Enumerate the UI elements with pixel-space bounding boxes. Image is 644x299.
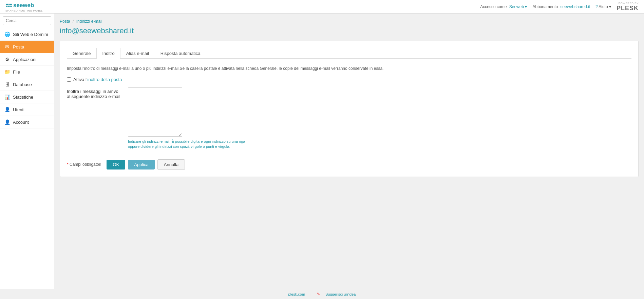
required-star: *: [67, 162, 69, 167]
sidebar-item-label: Database: [13, 82, 32, 87]
tab-inoltro[interactable]: Inoltro: [96, 48, 120, 59]
tab-risposta-automatica[interactable]: Risposta automatica: [155, 48, 206, 59]
applica-button[interactable]: Applica: [128, 160, 155, 170]
sidebar-item-label: Applicazioni: [13, 57, 36, 62]
globe-icon: 🌐: [4, 32, 10, 37]
info-text: Imposta l'inoltro di messaggi e-mail a u…: [67, 65, 631, 72]
tabs: Generale Inoltro Alias e-mail Risposta a…: [67, 48, 631, 59]
form-field-inoltro: Indicare gli indirizzi email. È possibil…: [128, 87, 631, 150]
footer: plesk.com | ✎ Suggerisci un'idea: [0, 289, 644, 299]
dropdown-arrow[interactable]: ▾: [525, 4, 527, 9]
checkbox-row: Attiva l'inoltro della posta: [67, 77, 631, 82]
header-right: Accesso come Seeweb ▾ Abbonamento seeweb…: [480, 2, 639, 12]
mail-icon: ✉: [4, 44, 10, 49]
sidebar-item-siti-web-domini[interactable]: 🌐 Siti Web e Domini: [0, 28, 54, 41]
search-input[interactable]: [3, 16, 51, 25]
sidebar-item-label: Account: [13, 120, 29, 125]
users-icon: 👤: [4, 107, 10, 112]
form-row: Inoltra i messaggi in arrivo al seguente…: [67, 87, 631, 150]
sidebar-item-posta[interactable]: ✉ Posta: [0, 41, 54, 53]
main-content: Posta / Indirizzi e-mail info@seewebshar…: [54, 14, 644, 299]
sidebar-item-label: Posta: [13, 44, 24, 49]
plesk-badge: POWERED BY plesk: [617, 2, 639, 12]
tab-generale[interactable]: Generale: [67, 48, 96, 59]
search-box: [0, 14, 54, 28]
top-header: 𝌂 seeweb SHARED HOSTING PANEL Accesso co…: [0, 0, 644, 14]
card: Generale Inoltro Alias e-mail Risposta a…: [60, 41, 639, 177]
suggest-link[interactable]: Suggerisci un'idea: [325, 292, 356, 296]
form-label-inoltro: Inoltra i messaggi in arrivo al seguente…: [67, 87, 121, 150]
sidebar: 🌐 Siti Web e Domini ✉ Posta ⚙ Applicazio…: [0, 14, 54, 299]
accesso-come-label: Accesso come Seeweb ▾: [480, 4, 527, 9]
ok-button[interactable]: OK: [107, 160, 125, 170]
username-link[interactable]: Seeweb: [509, 4, 524, 9]
sidebar-item-label: Utenti: [13, 107, 24, 112]
sidebar-item-label: Siti Web e Domini: [13, 32, 48, 37]
sidebar-item-label: File: [13, 69, 20, 75]
breadcrumb-posta[interactable]: Posta: [60, 19, 70, 24]
breadcrumb-indirizzi[interactable]: Indirizzi e-mail: [76, 19, 102, 24]
folder-icon: 📁: [4, 69, 10, 75]
buttons-row: * Campi obbligatori OK Applica Annulla: [67, 155, 631, 170]
footer-divider: |: [310, 292, 311, 296]
plesk-link[interactable]: plesk.com: [288, 292, 305, 296]
breadcrumb-separator: /: [73, 19, 75, 24]
suggest-icon: ✎: [317, 292, 320, 296]
inoltro-checkbox[interactable]: [67, 77, 71, 82]
breadcrumb: Posta / Indirizzi e-mail: [60, 19, 639, 24]
tab-alias-email[interactable]: Alias e-mail: [120, 48, 155, 59]
gear-icon: ⚙: [4, 57, 10, 62]
database-icon: 🗄: [4, 82, 10, 87]
page-title: info@seewebshared.it: [60, 26, 639, 35]
sidebar-item-database[interactable]: 🗄 Database: [0, 78, 54, 91]
sidebar-item-utenti[interactable]: 👤 Utenti: [0, 103, 54, 116]
sidebar-item-statistiche[interactable]: 📊 Statistiche: [0, 91, 54, 103]
logo-area: 𝌂 seeweb SHARED HOSTING PANEL: [5, 1, 43, 12]
logo: 𝌂 seeweb SHARED HOSTING PANEL: [5, 1, 43, 12]
hint-text: Indicare gli indirizzi email. È possibil…: [128, 139, 257, 150]
sidebar-item-label: Statistiche: [13, 95, 33, 100]
required-note: * Campi obbligatori: [67, 162, 101, 167]
annulla-button[interactable]: Annulla: [157, 159, 185, 170]
account-icon: 👤: [4, 119, 10, 125]
inoltro-checkbox-label: Attiva l'inoltro della posta: [73, 77, 122, 82]
sidebar-item-applicazioni[interactable]: ⚙ Applicazioni: [0, 53, 54, 66]
subscription-link[interactable]: seewebshared.it: [561, 4, 590, 9]
email-forward-textarea[interactable]: [128, 87, 182, 137]
sidebar-item-file[interactable]: 📁 File: [0, 66, 54, 78]
sidebar-nav: 🌐 Siti Web e Domini ✉ Posta ⚙ Applicazio…: [0, 28, 54, 299]
layout: 🌐 Siti Web e Domini ✉ Posta ⚙ Applicazio…: [0, 14, 644, 299]
aiuto-btn[interactable]: ? Aiuto ▾: [595, 4, 611, 9]
plesk-name: plesk: [617, 5, 639, 12]
chart-icon: 📊: [4, 94, 10, 100]
sidebar-item-account[interactable]: 👤 Account: [0, 116, 54, 128]
abbonamento-label: Abbonamento seewebshared.it: [532, 4, 590, 9]
logo-subtitle: SHARED HOSTING PANEL: [5, 9, 43, 12]
